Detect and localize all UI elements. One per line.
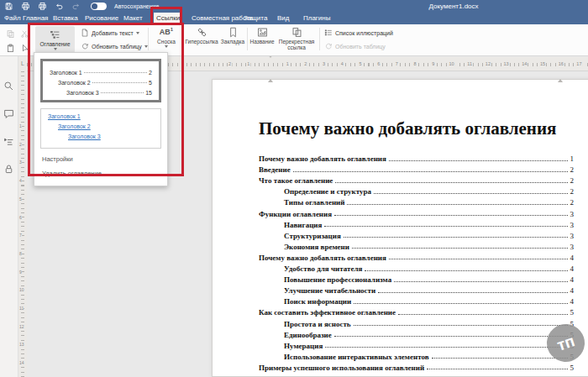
refresh-icon bbox=[81, 42, 89, 50]
toc-entry-label: Удобство для читателя bbox=[284, 264, 362, 273]
dot-leader bbox=[389, 160, 568, 161]
document-page[interactable]: Почему важно добавлять оглавления Почему… bbox=[212, 79, 588, 377]
toc-entry-label: Улучшение читабельности bbox=[284, 286, 375, 295]
menu-tab[interactable]: Вставка bbox=[50, 13, 81, 24]
cross-reference-label: Перекрестнаяссылка bbox=[279, 39, 315, 50]
menu-tab[interactable]: Макет bbox=[121, 13, 145, 24]
right-indent-marker[interactable] bbox=[558, 65, 563, 80]
save-icon[interactable] bbox=[4, 2, 13, 11]
toc-entry-label: Единообразие bbox=[284, 331, 332, 339]
ruler-number: 3 bbox=[19, 160, 22, 165]
toc-entry-label: Определение и структура bbox=[284, 187, 371, 196]
add-text-button[interactable]: Добавить текст bbox=[81, 29, 139, 37]
toc-entry[interactable]: Повышение профессионализма 4 bbox=[259, 273, 574, 284]
titlebar: Автосохранение Документ1.docx ФайлГлавна… bbox=[0, 0, 588, 24]
toc-entry[interactable]: Почему важно добавлять оглавления 4 bbox=[259, 251, 574, 262]
toc-entry[interactable]: Улучшение читабельности 4 bbox=[259, 284, 574, 295]
toc-entry-page: 3 bbox=[570, 221, 575, 229]
toc-entry[interactable]: Почему важно добавлять оглавления 1 bbox=[259, 152, 574, 163]
toc-entry-page: 2 bbox=[570, 176, 575, 185]
toc-style-row: Заголовок 315 bbox=[50, 86, 152, 96]
chevron-down-icon bbox=[136, 32, 139, 34]
left-sidebar bbox=[0, 56, 18, 377]
window-title: Документ1.docx bbox=[428, 3, 478, 10]
toc-entry[interactable]: Структуризация 3 bbox=[259, 229, 574, 240]
menu-tab[interactable]: Вид bbox=[275, 13, 291, 24]
ruler-number: 12 bbox=[485, 60, 491, 67]
dot-leader bbox=[394, 281, 567, 282]
add-text-icon bbox=[81, 29, 89, 37]
tab-stop-selector[interactable]: L bbox=[18, 57, 27, 71]
toc-entry[interactable]: Введение 2 bbox=[259, 163, 574, 174]
footnote-button[interactable]: AB1 Сноска bbox=[153, 27, 180, 48]
v-ruler[interactable]: 1234567891011121314 bbox=[18, 71, 27, 377]
toc-link-row: Заголовок 1 bbox=[48, 113, 154, 123]
ruler-number: 14 bbox=[19, 360, 24, 365]
toc-style-numbered[interactable]: Заголовок 12 Заголовок 25 Заголовок 315 bbox=[42, 60, 160, 101]
comments-icon[interactable] bbox=[3, 107, 14, 118]
toc-entry[interactable]: Единообразие 5 bbox=[259, 328, 574, 339]
footnote-label: Сноска bbox=[157, 39, 176, 45]
hyperlink-button[interactable]: Гиперссылка bbox=[184, 27, 219, 45]
caption-button[interactable]: Название bbox=[249, 27, 276, 45]
bookmark-button[interactable]: Закладка bbox=[219, 27, 246, 45]
ruler-number: 2 bbox=[303, 60, 307, 67]
figures-update-button[interactable]: Обновить таблицу bbox=[324, 42, 386, 50]
toc-entry[interactable]: Функции оглавления 3 bbox=[259, 207, 574, 217]
toc-entry[interactable]: Определение и структура 2 bbox=[259, 185, 574, 196]
menu-tab[interactable]: Главная bbox=[20, 13, 50, 24]
undo-icon[interactable] bbox=[55, 2, 64, 11]
chevron-down-icon bbox=[54, 48, 57, 50]
toc-remove-item[interactable]: Удалить оглавление bbox=[40, 163, 161, 183]
dot-leader bbox=[354, 303, 567, 304]
toc-entry[interactable]: Экономия времени 3 bbox=[259, 240, 574, 251]
toc-icon bbox=[50, 29, 60, 40]
paste-icon[interactable] bbox=[3, 41, 17, 55]
lock-icon[interactable] bbox=[3, 163, 14, 174]
headings-pane-icon[interactable] bbox=[3, 135, 14, 146]
toc-entry-page: 2 bbox=[570, 198, 575, 207]
redo-icon[interactable] bbox=[71, 2, 81, 11]
toc-entry-label: Функции оглавления bbox=[259, 210, 332, 218]
ruler-number: 11 bbox=[19, 306, 24, 311]
ruler-number: 10 bbox=[448, 60, 454, 67]
dot-leader bbox=[293, 171, 568, 172]
dot-leader bbox=[325, 347, 567, 348]
toc-entry[interactable]: Типы оглавлений 2 bbox=[259, 196, 574, 207]
menu-tab[interactable]: Рисование bbox=[82, 13, 121, 24]
toc-settings-item[interactable]: Настройки bbox=[40, 149, 161, 163]
copy-icon[interactable] bbox=[3, 27, 17, 40]
ruler-number: 5 bbox=[19, 196, 22, 202]
update-table-label: Обновить таблицу bbox=[92, 44, 142, 50]
select-icon[interactable] bbox=[18, 41, 31, 55]
ribbon-separator bbox=[247, 28, 248, 50]
toc-entry[interactable]: Простота и ясность 5 bbox=[259, 317, 574, 327]
toc-style-links[interactable]: Заголовок 1Заголовок 2Заголовок 3 bbox=[40, 108, 161, 149]
toc-style-row: Заголовок 25 bbox=[50, 76, 152, 86]
autosave-toggle[interactable] bbox=[91, 3, 107, 10]
ruler-number: 2 bbox=[19, 142, 22, 147]
toc-button[interactable]: Оглавление bbox=[35, 26, 75, 53]
left-indent-marker[interactable] bbox=[268, 65, 273, 80]
update-table-button[interactable]: Обновить таблицу bbox=[81, 42, 148, 50]
dot-leader bbox=[378, 292, 567, 293]
toc-entry[interactable]: Навигация 3 bbox=[259, 218, 574, 229]
toc-entry[interactable]: Использование интерактивных элементов 5 bbox=[259, 350, 574, 361]
cross-reference-button[interactable]: Перекрестнаяссылка bbox=[277, 27, 316, 50]
toc-entry[interactable]: Нумерация 5 bbox=[259, 339, 574, 350]
toc-entry[interactable]: Примеры успешного использования оглавлен… bbox=[259, 361, 574, 372]
ruler-number: 9 bbox=[19, 270, 22, 275]
figures-list-button[interactable]: Список иллюстраций bbox=[324, 29, 393, 37]
toc-entry[interactable]: Поиск информации 4 bbox=[259, 295, 574, 306]
toc-entry[interactable]: Что такое оглавление 2 bbox=[259, 174, 574, 185]
menu-tab[interactable]: Защита bbox=[241, 13, 270, 24]
toc-entry[interactable]: Как составить эффективное оглавление 5 bbox=[259, 306, 574, 317]
toc-entry-page: 3 bbox=[570, 243, 575, 251]
search-icon[interactable] bbox=[3, 80, 14, 91]
menu-tab[interactable]: Ссылки bbox=[154, 13, 182, 24]
quick-print-icon[interactable] bbox=[38, 2, 47, 11]
cut-icon[interactable] bbox=[18, 27, 31, 40]
print-icon[interactable] bbox=[21, 2, 30, 11]
menu-tab[interactable]: Плагины bbox=[301, 13, 333, 24]
toc-entry[interactable]: Удобство для читателя 4 bbox=[259, 262, 574, 273]
